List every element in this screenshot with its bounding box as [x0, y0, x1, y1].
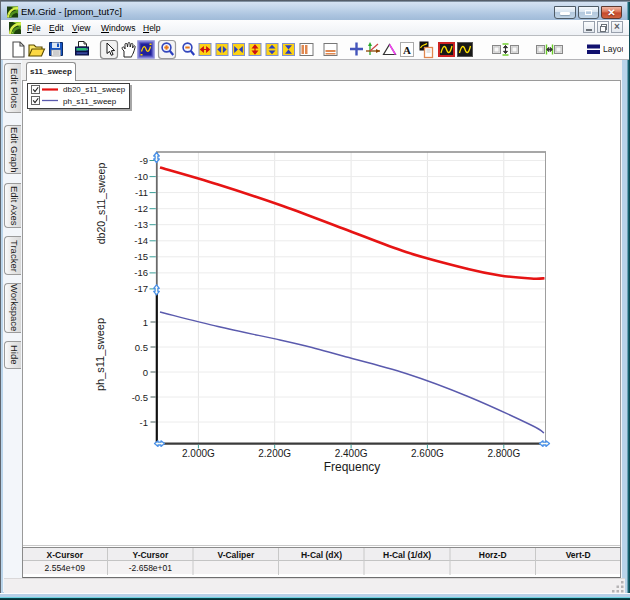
svg-text:A: A — [403, 44, 411, 56]
